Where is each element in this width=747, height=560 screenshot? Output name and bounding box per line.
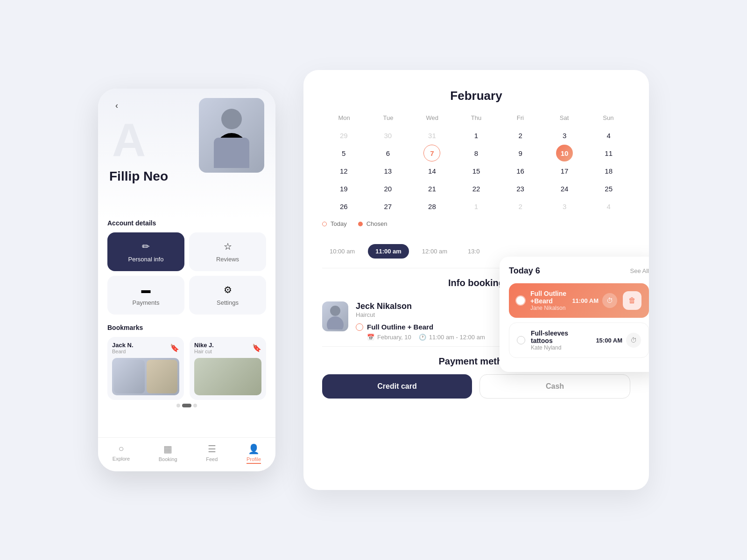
appt-person-1: Jane Nikalson (530, 305, 566, 311)
cal-day-20[interactable]: 20 (380, 180, 396, 197)
payments-tile[interactable]: ▬ Payments (107, 276, 184, 315)
credit-card-button[interactable]: Credit card (322, 374, 472, 399)
cal-day-3-next[interactable]: 3 (556, 198, 573, 215)
bookmark-cards-grid: Jack N. Beard 🔖 Nike J. Hair cut 🔖 (107, 337, 266, 400)
cal-day-4[interactable]: 4 (600, 127, 617, 144)
service-radio[interactable] (356, 323, 363, 331)
cal-day-11[interactable]: 11 (600, 145, 617, 161)
cal-day-2-next[interactable]: 2 (512, 198, 529, 215)
cal-day-13[interactable]: 13 (380, 162, 396, 179)
service-name: Full Outline + Beard (367, 323, 433, 331)
calendar-body: 29 30 31 1 2 3 4 5 6 7 8 9 10 11 12 13 1… (322, 127, 630, 215)
appt-radio-2 (517, 336, 525, 344)
cal-day-15[interactable]: 15 (468, 162, 485, 179)
payments-label: Payments (133, 299, 160, 306)
calendar-title: February (322, 89, 630, 103)
cal-day-10-chosen[interactable]: 10 (556, 145, 573, 161)
svg-rect-2 (214, 138, 249, 168)
cal-day-8[interactable]: 8 (468, 145, 485, 161)
cal-day-29-prev[interactable]: 29 (335, 127, 352, 144)
calendar-legend: Today Chosen (322, 220, 630, 227)
booking-time-text: 11:00 am - 12:00 am (429, 334, 485, 341)
appt-person-2: Kate Nyland (531, 344, 590, 351)
appt-delete-btn-1[interactable]: 🗑 (623, 291, 641, 310)
time-tab-1300[interactable]: 13:0 (460, 244, 487, 259)
appt-time-2: 15:00 AM (596, 337, 622, 344)
cal-day-19[interactable]: 19 (335, 180, 352, 197)
cal-day-6[interactable]: 6 (380, 145, 396, 161)
appt-actions-2: 15:00 AM ⏱ (596, 333, 641, 348)
reviews-tile[interactable]: ☆ Reviews (189, 232, 266, 271)
appt-info-2: Full-sleeves tattoos Kate Nyland (531, 329, 590, 351)
booking-barber-avatar (322, 301, 348, 331)
cal-day-7-today[interactable]: 7 (423, 145, 440, 161)
today-panel: Today 6 See All Full Outline +Beard Jane… (500, 257, 649, 372)
feed-icon: ☰ (208, 443, 216, 455)
personal-info-tile[interactable]: ✏ Personal info (107, 232, 184, 271)
bookmark-nike-name: Nike J. (194, 342, 214, 349)
cal-day-14[interactable]: 14 (423, 162, 440, 179)
bookmark-icon-jack: 🔖 (170, 343, 179, 352)
right-panel: February Mon Tue Wed Thu Fri Sat Sun 29 … (303, 70, 649, 490)
settings-label: Settings (217, 299, 239, 306)
time-tab-1000[interactable]: 10:00 am (322, 244, 362, 259)
cal-day-18[interactable]: 18 (600, 162, 617, 179)
svg-point-4 (327, 316, 344, 329)
nav-profile-label: Profile (247, 456, 261, 464)
payment-buttons: Credit card Cash (322, 374, 630, 399)
cal-day-5[interactable]: 5 (335, 145, 352, 161)
time-tab-1100[interactable]: 11:00 am (368, 244, 409, 259)
cal-day-25[interactable]: 25 (600, 180, 617, 197)
appt-clock-btn-1[interactable]: ⏱ (602, 293, 617, 308)
svg-point-3 (330, 306, 340, 316)
cal-day-16[interactable]: 16 (512, 162, 529, 179)
calendar-grid: Mon Tue Wed Thu Fri Sat Sun 29 30 31 1 2… (322, 112, 630, 215)
reviews-icon: ☆ (224, 241, 232, 252)
cal-day-28[interactable]: 28 (423, 198, 440, 215)
cal-day-1-next[interactable]: 1 (468, 198, 485, 215)
booking-date-text: February, 10 (377, 334, 411, 341)
settings-tile[interactable]: ⚙ Settings (189, 276, 266, 315)
appt-clock-btn-2[interactable]: ⏱ (626, 333, 641, 348)
nav-booking[interactable]: ▦ Booking (159, 443, 177, 464)
cal-day-2[interactable]: 2 (512, 127, 529, 144)
clock-icon-2: ⏱ (630, 336, 637, 344)
cal-day-30-prev[interactable]: 30 (380, 127, 396, 144)
nav-feed[interactable]: ☰ Feed (206, 443, 218, 464)
bookmark-nike-type: Hair cut (194, 349, 214, 354)
phone-container: ‹ A Fillip Neo Account details ✏ Persona… (98, 89, 275, 471)
cal-day-27[interactable]: 27 (380, 198, 396, 215)
cal-day-17[interactable]: 17 (556, 162, 573, 179)
cal-day-23[interactable]: 23 (512, 180, 529, 197)
cal-day-9[interactable]: 9 (512, 145, 529, 161)
cal-day-24[interactable]: 24 (556, 180, 573, 197)
nav-profile[interactable]: 👤 Profile (247, 443, 261, 464)
cal-day-1[interactable]: 1 (468, 127, 485, 144)
cal-day-3[interactable]: 3 (556, 127, 573, 144)
time-tab-1200[interactable]: 12:00 am (415, 244, 455, 259)
appt-name-2: Full-sleeves tattoos (531, 329, 590, 344)
bookmark-jack[interactable]: Jack N. Beard 🔖 (107, 337, 184, 400)
bookmark-nike[interactable]: Nike J. Hair cut 🔖 (190, 337, 266, 400)
see-all-link[interactable]: See All (630, 267, 649, 274)
appt-name-1: Full Outline +Beard (530, 290, 566, 305)
cal-day-22[interactable]: 22 (468, 180, 485, 197)
cal-day-26[interactable]: 26 (335, 198, 352, 215)
cal-tue: Tue (366, 112, 410, 123)
booking-icon: ▦ (163, 443, 172, 455)
back-button[interactable]: ‹ (109, 98, 124, 113)
cash-button[interactable]: Cash (479, 374, 630, 399)
scroll-indicator (107, 400, 266, 411)
appointment-1: Full Outline +Beard Jane Nikalson 11:00 … (509, 283, 649, 318)
nav-explore[interactable]: ○ Explore (113, 443, 130, 464)
cal-day-31-prev[interactable]: 31 (423, 127, 440, 144)
cal-sun: Sun (586, 112, 630, 123)
user-name: Fillip Neo (109, 169, 168, 184)
cal-day-21[interactable]: 21 (423, 180, 440, 197)
legend-today: Today (322, 220, 347, 227)
cal-mon: Mon (322, 112, 366, 123)
cal-day-12[interactable]: 12 (335, 162, 352, 179)
cal-day-4-next[interactable]: 4 (600, 198, 617, 215)
clock-icon: 🕐 (419, 334, 426, 341)
nav-explore-label: Explore (113, 456, 130, 462)
